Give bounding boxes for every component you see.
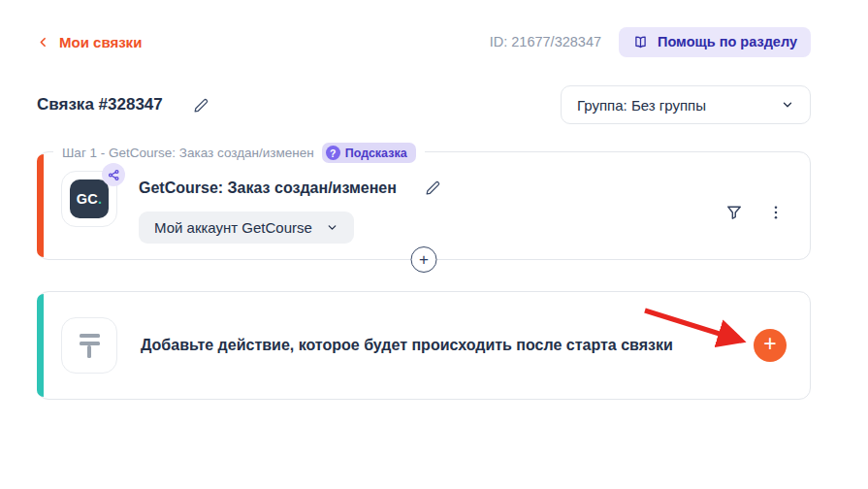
- edit-step-button[interactable]: [422, 177, 444, 199]
- heading-row: Связка #328347 Группа: Без группы: [37, 85, 811, 124]
- getcourse-logo-dot: .: [98, 191, 102, 207]
- back-link-label: Мои связки: [59, 34, 142, 50]
- group-select[interactable]: Группа: Без группы: [561, 85, 811, 124]
- top-bar: Мои связки ID: 21677/328347 Помощь по ра…: [37, 27, 811, 56]
- group-select-value: Группа: Без группы: [577, 97, 706, 114]
- getcourse-logo-text: GC: [77, 191, 98, 207]
- account-select-value: Мой аккаунт GetCourse: [154, 219, 312, 236]
- action-placeholder-card: Добавьте действие, которое будет происхо…: [37, 291, 811, 400]
- step1-legend: Шаг 1 - GetCourse: Заказ создан/изменен …: [53, 143, 425, 163]
- help-button-label: Помощь по разделу: [658, 34, 797, 49]
- plus-icon: +: [763, 333, 776, 355]
- action-accent-bar: [37, 294, 44, 397]
- pencil-icon: [424, 179, 442, 197]
- step1-card: Шаг 1 - GetCourse: Заказ создан/изменен …: [37, 151, 811, 260]
- t-glyph-stem: [87, 345, 91, 358]
- action-placeholder-icon: [61, 317, 117, 374]
- t-glyph-top-bar: [80, 334, 100, 338]
- back-link[interactable]: Мои связки: [37, 34, 142, 50]
- step1-actions: [723, 201, 787, 224]
- hint-badge[interactable]: ? Подсказка: [322, 143, 416, 163]
- step1-main: GetCourse: Заказ создан/изменен Мой акка…: [139, 171, 444, 244]
- connected-nodes-icon: [108, 169, 120, 181]
- page-title: Связка #328347: [37, 95, 163, 114]
- step1-legend-label: Шаг 1 - GetCourse: Заказ создан/изменен: [62, 146, 314, 160]
- account-select[interactable]: Мой аккаунт GetCourse: [139, 212, 354, 244]
- add-action-button[interactable]: +: [754, 329, 787, 362]
- page-container: Мои связки ID: 21677/328347 Помощь по ра…: [37, 27, 811, 400]
- hint-badge-label: Подсказка: [345, 147, 407, 160]
- more-menu-button[interactable]: [765, 202, 787, 223]
- step1-accent-bar: [37, 154, 44, 257]
- t-glyph-cross-bar: [80, 342, 100, 345]
- integration-badge: [102, 163, 125, 186]
- chevron-down-icon: [326, 221, 338, 234]
- step1-title: GetCourse: Заказ создан/изменен: [139, 179, 397, 197]
- filter-funnel-icon: [724, 203, 744, 222]
- plus-icon: +: [419, 251, 429, 268]
- step1-title-row: GetCourse: Заказ создан/изменен: [139, 177, 444, 199]
- book-icon: [632, 34, 649, 50]
- top-bar-right: ID: 21677/328347 Помощь по разделу: [490, 27, 811, 57]
- getcourse-app-icon: GC.: [61, 171, 117, 227]
- back-chevron-icon: [37, 36, 49, 49]
- kebab-menu-icon: [767, 204, 785, 221]
- filter-button[interactable]: [723, 201, 746, 224]
- chevron-down-icon: [781, 98, 794, 112]
- heading-left: Связка #328347: [37, 94, 212, 116]
- question-icon: ?: [326, 146, 340, 160]
- pencil-icon: [192, 96, 210, 114]
- getcourse-logo: GC.: [70, 179, 109, 218]
- action-placeholder-text: Добавьте действие, которое будет происхо…: [141, 337, 673, 354]
- step1-content: GC. GetCourse: Заказ создан/изменен: [38, 152, 810, 259]
- edit-title-button[interactable]: [190, 94, 212, 116]
- connection-id-label: ID: 21677/328347: [490, 34, 601, 49]
- help-button[interactable]: Помощь по разделу: [619, 27, 811, 57]
- insert-step-button[interactable]: +: [411, 246, 437, 273]
